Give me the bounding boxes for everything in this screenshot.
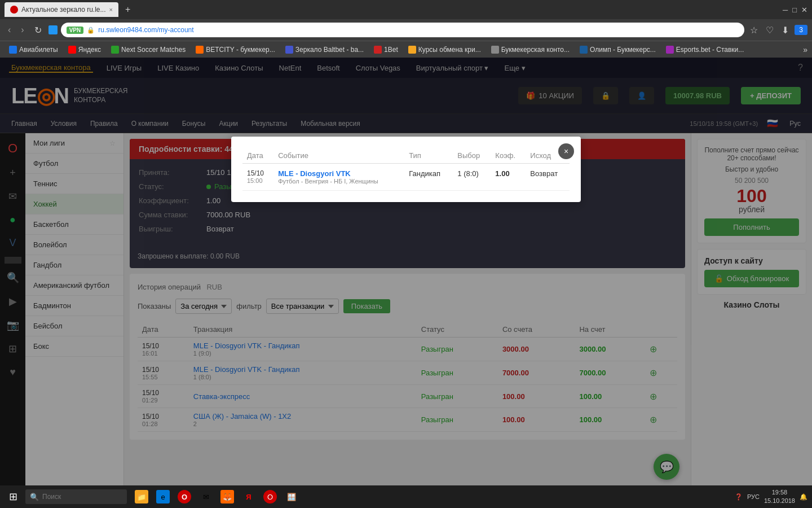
firefox-icon: 🦊	[220, 490, 234, 503]
soccer-icon	[111, 46, 119, 54]
vpn-badge: VPN	[67, 27, 84, 34]
taskbar-opera[interactable]: O	[174, 487, 195, 507]
opera2-icon: O	[263, 490, 277, 503]
modal-row-result: Возврат	[526, 164, 570, 191]
taskbar-search-icon: 🔍	[30, 493, 39, 501]
bookmark-bukm-label: Букмекерская конто...	[501, 46, 570, 54]
taskbar-search[interactable]: 🔍	[25, 489, 127, 504]
minimize-button[interactable]: ─	[783, 6, 788, 14]
betcity-icon	[196, 46, 204, 54]
browser-actions: ☆ ♡ ⬇ 3	[748, 25, 807, 36]
browser-controls: ‹ › ↻ VPN 🔒 ru.swleon9484.com/my-account…	[0, 19, 812, 41]
taskbar-time: 19:58 15.10.2018	[764, 488, 795, 506]
forward-button[interactable]: ›	[17, 24, 27, 36]
taskbar-yandex[interactable]: Я	[239, 487, 259, 507]
bookmark-planes-label: Авиабилеты	[19, 46, 58, 54]
modal-row-type: Гандикап	[404, 164, 453, 191]
close-window-button[interactable]: ✕	[801, 6, 807, 14]
taskbar: ⊞ 🔍 📁 e O ✉ 🦊 Я O 🪟 ❓ РУС	[0, 485, 812, 508]
planes-icon	[9, 46, 17, 54]
bookmark-yandex[interactable]: Яндекс	[64, 44, 105, 55]
modal-table-row: 15/10 15:00 MLE - Diosgyori VTK Футбол -…	[242, 164, 570, 191]
bookmark-baltbet[interactable]: Зеркало Baltbet - ba...	[281, 44, 368, 55]
modal-row-choice: 1 (8:0)	[453, 164, 491, 191]
bookmarks-more-button[interactable]: »	[803, 45, 807, 54]
bet-detail-modal: × Дата Событие Тип Выбор Коэф. Исход 15/…	[231, 137, 581, 202]
modal-col-type: Тип	[404, 148, 453, 164]
start-button[interactable]: ⊞	[5, 488, 22, 505]
bookmark-esports[interactable]: Esports.bet - Ставки...	[661, 44, 748, 55]
modal-row-coeff: 1.00	[491, 164, 526, 191]
yandex-taskbar-icon: Я	[242, 490, 255, 503]
modal-col-event: Событие	[273, 148, 404, 164]
bookmark-betcity[interactable]: BETCITY - букмекер...	[191, 44, 280, 55]
taskbar-tray: ❓ РУС 19:58 15.10.2018 🔔	[735, 488, 807, 506]
help-tray-icon: ❓	[735, 493, 743, 501]
bookmark-betcity-label: BETCITY - букмекер...	[206, 46, 275, 54]
taskbar-mail[interactable]: ✉	[196, 487, 216, 507]
baltbet-icon	[285, 46, 293, 54]
onebet-icon	[374, 46, 382, 54]
bookmark-icon[interactable]	[48, 25, 58, 34]
modal-col-choice: Выбор	[453, 148, 491, 164]
modal-col-coeff: Коэф.	[491, 148, 526, 164]
tab-title: Актуальное зеркало ru.le...	[21, 6, 106, 14]
opera-tab-icon	[10, 6, 18, 14]
add-tab-button[interactable]: +	[123, 5, 133, 15]
opera-taskbar-icon: O	[178, 490, 191, 503]
windows-taskbar-icon: 🪟	[285, 490, 298, 503]
bookmark-kurs[interactable]: Курсы обмена кри...	[404, 44, 486, 55]
kurs-icon	[408, 46, 416, 54]
browser-tab[interactable]: Актуальное зеркало ru.le... ×	[5, 2, 118, 17]
olimp-icon	[580, 46, 588, 54]
bookmark-planes[interactable]: Авиабилеты	[5, 44, 63, 55]
bookmark-olimp[interactable]: Олимп - Букмекерс...	[575, 44, 660, 55]
modal-col-date: Дата	[242, 148, 273, 164]
browser-title-bar: Актуальное зеркало ru.le... × + ─ □ ✕	[0, 0, 812, 19]
file-explorer-icon: 📁	[135, 490, 148, 503]
download-button[interactable]: ⬇	[779, 25, 791, 36]
yandex-icon	[68, 46, 76, 54]
taskbar-edge[interactable]: e	[153, 487, 173, 507]
address-bar[interactable]: VPN 🔒 ru.swleon9484.com/my-account	[61, 23, 745, 37]
esports-icon	[666, 46, 674, 54]
taskbar-search-input[interactable]	[42, 493, 127, 501]
bookmark-1bet[interactable]: 1Bet	[369, 44, 403, 55]
maximize-button[interactable]: □	[792, 6, 797, 14]
star-button[interactable]: ☆	[748, 25, 760, 36]
bookmark-soccer[interactable]: Next Soccer Matches	[107, 44, 190, 55]
taskbar-windows[interactable]: 🪟	[281, 487, 302, 507]
bookmark-kurs-label: Курсы обмена кри...	[418, 46, 481, 54]
bookmark-1bet-label: 1Bet	[384, 46, 398, 54]
url-text: ru.swleon9484.com/my-account	[98, 26, 193, 34]
edge-icon: e	[156, 490, 170, 503]
bookmark-bukm[interactable]: Букмекерская конто...	[487, 44, 574, 55]
modal-close-button[interactable]: ×	[558, 143, 574, 159]
modal-table: Дата Событие Тип Выбор Коэф. Исход 15/10…	[242, 148, 570, 191]
bookmarks-bar: Авиабилеты Яндекс Next Soccer Matches BE…	[0, 41, 812, 58]
taskbar-items: 📁 e O ✉ 🦊 Я O 🪟	[131, 487, 302, 507]
modal-row-event: MLE - Diosgyori VTK Футбол - Венгрия - Н…	[273, 164, 404, 191]
sign-in-button[interactable]: 3	[795, 25, 807, 35]
lock-icon: 🔒	[87, 27, 95, 34]
notification-icon[interactable]: 🔔	[800, 493, 807, 501]
mail-icon: ✉	[199, 490, 213, 503]
language-tray[interactable]: РУС	[747, 493, 760, 500]
close-tab-button[interactable]: ×	[109, 6, 113, 13]
refresh-button[interactable]: ↻	[31, 24, 45, 37]
bookmark-baltbet-label: Зеркало Baltbet - ba...	[295, 46, 364, 54]
modal-row-date: 15/10 15:00	[242, 164, 273, 191]
bukm-icon	[491, 46, 499, 54]
bookmark-esports-label: Esports.bet - Ставки...	[676, 46, 744, 54]
heart-button[interactable]: ♡	[764, 25, 776, 36]
bookmark-soccer-label: Next Soccer Matches	[121, 46, 186, 54]
bookmark-yandex-label: Яндекс	[78, 46, 101, 54]
bookmark-olimp-label: Олимп - Букмекерс...	[590, 46, 656, 54]
taskbar-file-explorer[interactable]: 📁	[131, 487, 152, 507]
taskbar-browser2[interactable]: 🦊	[217, 487, 237, 507]
modal-overlay: × Дата Событие Тип Выбор Коэф. Исход 15/…	[0, 58, 812, 485]
back-button[interactable]: ‹	[5, 24, 14, 36]
taskbar-opera2[interactable]: O	[260, 487, 280, 507]
